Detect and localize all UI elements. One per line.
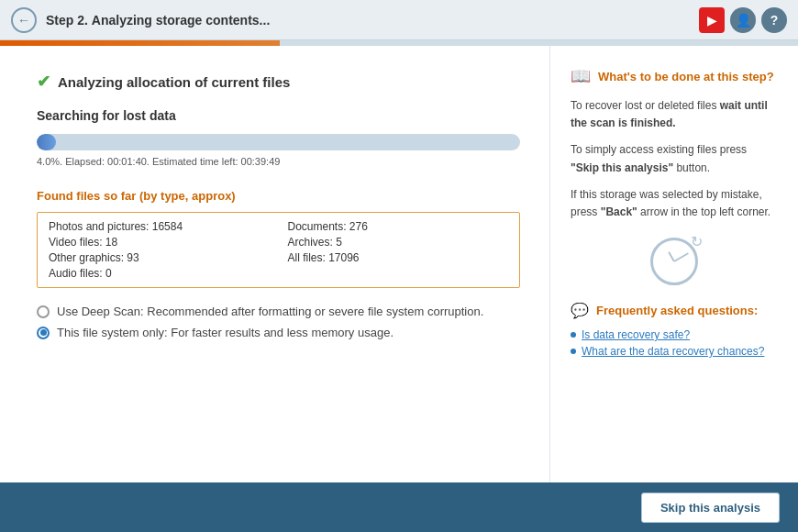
- check-icon: ✔: [37, 72, 50, 92]
- youtube-icon: ▶: [707, 13, 717, 28]
- file-count-all: All files: 17096: [288, 251, 509, 264]
- help-button[interactable]: ?: [761, 7, 787, 33]
- faq-title: Frequently asked questions:: [596, 304, 758, 317]
- header-icons: ▶ 👤 ?: [699, 7, 787, 33]
- faq-icon: 💬: [571, 302, 589, 319]
- scan-option-fs[interactable]: This file system only: For faster result…: [37, 326, 520, 339]
- main-content: ✔ Analyzing allocation of current files …: [0, 46, 798, 482]
- right-para-2: To simply access existing files press "S…: [571, 141, 778, 176]
- step-label: Step 2.: [46, 13, 88, 28]
- scan-options: Use Deep Scan: Recommended after formatt…: [37, 305, 520, 339]
- clock-icon: ↻: [650, 238, 698, 285]
- scan-progress-fill: [37, 134, 56, 150]
- file-count-docs: Documents: 276: [288, 220, 509, 233]
- found-files-title: Found files so far (by type, approx): [37, 189, 520, 203]
- book-icon: 📖: [571, 66, 591, 86]
- scan-option-deep-label: Use Deep Scan: Recommended after formatt…: [57, 305, 483, 318]
- footer: Skip this analysis: [0, 482, 798, 532]
- faq-link-1[interactable]: Is data recovery safe?: [582, 328, 690, 341]
- skip-analysis-button[interactable]: Skip this analysis: [641, 493, 780, 523]
- what-title-row: 📖 What's to be done at this step?: [571, 66, 778, 86]
- user-button[interactable]: 👤: [730, 7, 756, 33]
- radio-fs[interactable]: [37, 327, 50, 339]
- file-count-audio: Audio files: 0: [49, 267, 270, 280]
- found-files-box: Photos and pictures: 16584 Documents: 27…: [37, 212, 520, 288]
- searching-title: Searching for lost data: [37, 108, 520, 123]
- file-count-archives: Archives: 5: [288, 236, 509, 249]
- analyzing-title: Analyzing allocation of current files: [58, 74, 290, 90]
- faq-title-row: 💬 Frequently asked questions:: [571, 302, 778, 319]
- radio-deep[interactable]: [37, 305, 50, 318]
- user-icon: 👤: [736, 13, 751, 28]
- faq-item-1: Is data recovery safe?: [571, 328, 778, 341]
- faq-item-2: What are the data recovery chances?: [571, 345, 778, 358]
- scan-option-deep[interactable]: Use Deep Scan: Recommended after formatt…: [37, 305, 520, 318]
- faq-list: Is data recovery safe? What are the data…: [571, 328, 778, 358]
- top-progress-fill: [0, 40, 280, 46]
- radio-fs-dot: [40, 329, 47, 336]
- clock-refresh-icon: ↻: [691, 233, 703, 250]
- right-panel: 📖 What's to be done at this step? To rec…: [550, 46, 798, 482]
- clock-minute-hand: [674, 252, 690, 262]
- file-count-video: Video files: 18: [49, 236, 270, 249]
- file-count-graphics: Other graphics: 93: [49, 251, 270, 264]
- top-progress-strip: [0, 40, 798, 46]
- right-para-3: If this storage was selected by mistake,…: [571, 186, 778, 221]
- right-para-1: To recover lost or deleted files wait un…: [571, 97, 778, 132]
- help-icon: ?: [770, 13, 779, 28]
- scan-progress-bar: [37, 134, 520, 150]
- faq-dot-1: [571, 332, 576, 338]
- clock-icon-area: ↻: [571, 238, 778, 285]
- youtube-button[interactable]: ▶: [699, 7, 725, 33]
- faq-link-2[interactable]: What are the data recovery chances?: [582, 345, 764, 358]
- header: ← Step 2. Analyzing storage contents... …: [0, 0, 798, 40]
- left-panel: ✔ Analyzing allocation of current files …: [0, 46, 550, 482]
- header-title: Step 2. Analyzing storage contents...: [46, 13, 690, 28]
- file-count-photos: Photos and pictures: 16584: [49, 220, 270, 233]
- progress-info: 4.0%. Elapsed: 00:01:40. Estimated time …: [37, 156, 520, 167]
- step-description: Analyzing storage contents...: [92, 13, 270, 28]
- what-title: What's to be done at this step?: [598, 70, 774, 83]
- back-button[interactable]: ←: [11, 7, 37, 33]
- analyzing-title-row: ✔ Analyzing allocation of current files: [37, 72, 520, 92]
- scan-option-fs-label: This file system only: For faster result…: [57, 326, 393, 339]
- back-icon: ←: [17, 13, 30, 28]
- faq-dot-2: [571, 349, 576, 354]
